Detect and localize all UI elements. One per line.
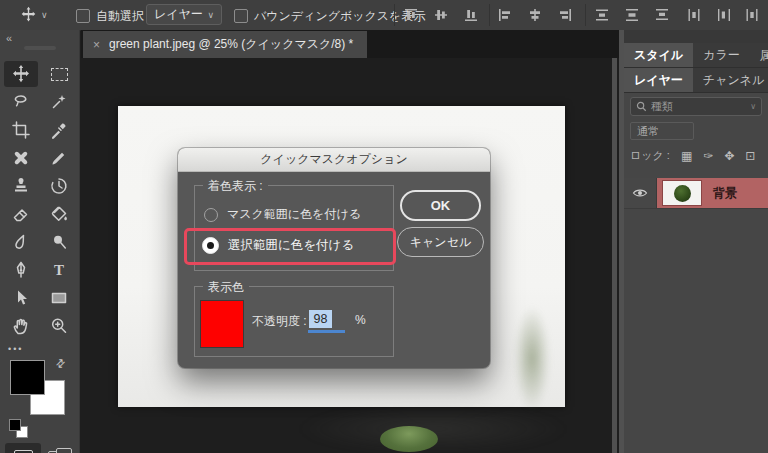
brush-tool[interactable] — [40, 144, 78, 172]
distribute-vertical-centers-icon[interactable] — [624, 7, 640, 23]
auto-select-label: 自動選択 : — [96, 8, 151, 25]
screen-mode-button[interactable] — [45, 443, 75, 453]
radio-unselected-icon[interactable] — [204, 208, 218, 222]
panel-grip[interactable] — [24, 46, 56, 50]
dialog-title-bar[interactable]: クイックマスクオプション — [178, 148, 490, 172]
foreground-color-swatch[interactable] — [10, 360, 45, 395]
type-tool[interactable]: T — [40, 256, 78, 284]
layer-filter-dropdown[interactable]: 種類 ∨ — [630, 97, 762, 116]
display-color-legend: 表示色 — [203, 279, 249, 296]
radio-selected-areas[interactable]: 選択範囲に色を付ける — [202, 237, 354, 254]
blend-mode-value: 通常 — [637, 124, 659, 139]
plant-image-edge — [514, 306, 550, 411]
align-horizontal-centers-icon[interactable] — [527, 7, 543, 23]
magic-wand-tool[interactable] — [40, 88, 78, 116]
chevron-down-icon: ∨ — [750, 102, 756, 111]
rectangular-marquee-tool[interactable] — [40, 60, 78, 88]
tab-layers[interactable]: レイヤー — [624, 68, 693, 92]
edit-toolbar-ellipsis-icon[interactable]: ••• — [8, 344, 23, 354]
overlay-color-swatch[interactable] — [200, 300, 244, 348]
dodge-tool[interactable] — [40, 228, 78, 256]
lock-label: ロック : — [630, 148, 670, 163]
clone-stamp-tool[interactable] — [2, 172, 40, 200]
auto-select-checkbox[interactable] — [76, 9, 90, 23]
align-right-edges-icon[interactable] — [557, 7, 573, 23]
radio-selected-icon[interactable] — [202, 237, 219, 254]
paint-bucket-tool[interactable] — [40, 200, 78, 228]
close-tab-icon[interactable]: × — [93, 38, 100, 52]
tab-color[interactable]: カラー — [693, 43, 750, 67]
filter-kind-label: 種類 — [651, 99, 750, 114]
blend-mode-dropdown[interactable]: 通常 — [630, 122, 694, 140]
search-icon — [636, 101, 647, 112]
color-indicates-group: 着色表示 : — [194, 185, 394, 271]
align-vertical-centers-icon[interactable] — [433, 7, 449, 23]
color-indicates-legend: 着色表示 : — [203, 178, 268, 195]
default-foreground-swatch[interactable] — [9, 419, 21, 431]
layer-name: 背景 — [713, 185, 737, 202]
panel-tabs-middle: レイヤー チャンネル — [624, 68, 768, 93]
bounding-box-checkbox[interactable] — [234, 9, 248, 23]
opacity-input[interactable]: 98 — [309, 310, 332, 328]
lock-paint-icon[interactable]: ✑ — [703, 149, 713, 163]
opacity-label: 不透明度 : — [252, 313, 307, 330]
tab-styles[interactable]: スタイル — [624, 43, 693, 67]
layer-row[interactable]: 背景 — [624, 178, 768, 208]
layer-thumbnail[interactable] — [662, 180, 702, 206]
smudge-tool[interactable] — [2, 228, 40, 256]
crop-tool[interactable] — [2, 116, 40, 144]
radio-masked-areas[interactable]: マスク範囲に色を付ける — [204, 206, 361, 223]
distribute-top-edges-icon[interactable] — [594, 7, 610, 23]
type-tool-icon: T — [54, 262, 64, 279]
distribute-right-edges-icon[interactable] — [744, 7, 760, 23]
layer-visibility-gutter[interactable] — [624, 178, 657, 208]
align-bottom-edges-icon[interactable] — [463, 7, 479, 23]
cancel-button[interactable]: キャンセル — [397, 227, 484, 257]
dialog-title: クイックマスクオプション — [260, 151, 407, 168]
lasso-tool[interactable] — [2, 88, 40, 116]
plant-pot-edge — [380, 426, 438, 452]
tab-channels[interactable]: チャンネル — [693, 68, 768, 92]
healing-brush-tool[interactable] — [2, 144, 40, 172]
history-brush-tool[interactable] — [40, 172, 78, 200]
swap-colors-icon[interactable]: ⇄ — [53, 356, 69, 372]
align-top-edges-icon[interactable] — [403, 7, 419, 23]
lock-frame-icon[interactable]: ⊡ — [745, 149, 755, 163]
layer-selected-highlight[interactable]: 背景 — [657, 178, 768, 208]
opacity-unit: % — [355, 313, 366, 327]
vertical-scrollbar[interactable] — [612, 58, 617, 453]
lock-transparency-icon[interactable]: ▦ — [681, 149, 692, 163]
quick-mask-mode-button[interactable] — [5, 443, 41, 453]
move-tool-icon[interactable] — [20, 6, 37, 23]
path-selection-tool[interactable] — [2, 284, 40, 312]
eye-icon[interactable] — [632, 187, 648, 199]
options-bar: ∨ 自動選択 : レイヤー ∨ バウンディングボックスを表示 — [0, 0, 768, 31]
photoshop-window: ∨ 自動選択 : レイヤー ∨ バウンディングボックスを表示 « — [0, 0, 768, 453]
collapse-panel-icon[interactable]: « — [6, 32, 12, 44]
marquee-icon — [51, 68, 68, 81]
opacity-input-underline — [308, 330, 345, 333]
distribute-left-edges-icon[interactable] — [686, 7, 702, 23]
distribute-horizontal-centers-icon[interactable] — [716, 7, 732, 23]
hand-tool[interactable] — [2, 312, 40, 340]
eyedropper-tool[interactable] — [40, 116, 78, 144]
zoom-tool[interactable] — [40, 312, 78, 340]
quick-mask-options-dialog: クイックマスクオプション 着色表示 : マスク範囲に色を付ける 選択範囲に色を付… — [178, 148, 490, 368]
auto-select-mode-dropdown[interactable]: レイヤー ∨ — [146, 4, 222, 25]
lock-position-icon[interactable]: ✥ — [724, 149, 734, 163]
pen-tool[interactable] — [2, 256, 40, 284]
plant-thumbnail-image — [674, 185, 691, 202]
eraser-tool[interactable] — [2, 200, 40, 228]
tab-properties[interactable]: 属性 — [750, 43, 768, 67]
document-tab-title: green plant.jpeg @ 25% (クイックマスク/8) * — [109, 36, 353, 53]
align-left-edges-icon[interactable] — [497, 7, 513, 23]
lock-row: ロック : ▦ ✑ ✥ ⊡ — [630, 148, 755, 163]
tool-preset-chevron-icon[interactable]: ∨ — [41, 10, 48, 20]
auto-select-mode-value: レイヤー — [154, 6, 203, 23]
rectangle-tool[interactable] — [40, 284, 78, 312]
tools-panel: « T ••• ⇄ — [0, 30, 80, 453]
ok-button[interactable]: OK — [400, 190, 481, 221]
distribute-bottom-edges-icon[interactable] — [654, 7, 670, 23]
document-tab[interactable]: × green plant.jpeg @ 25% (クイックマスク/8) * — [83, 31, 367, 58]
move-tool[interactable] — [4, 61, 38, 87]
